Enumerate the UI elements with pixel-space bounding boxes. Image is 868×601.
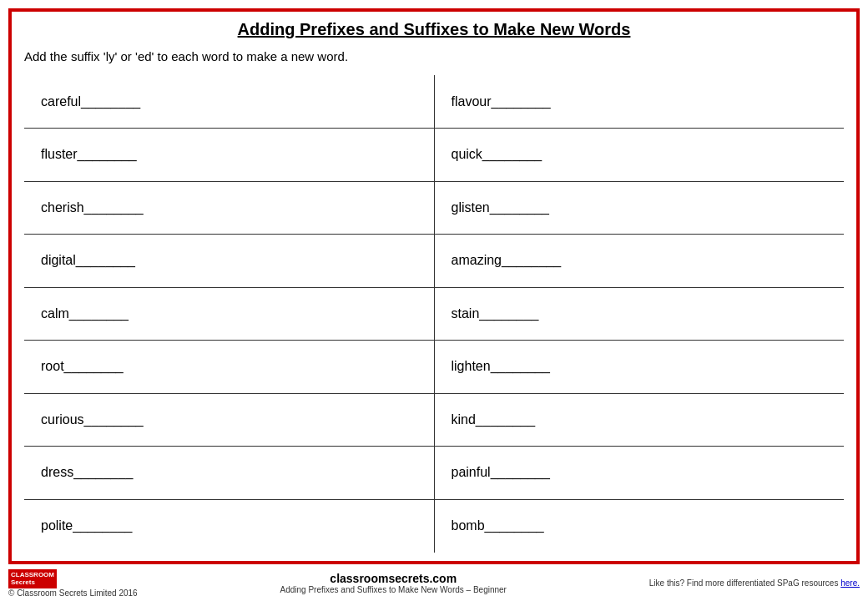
page-title: Adding Prefixes and Suffixes to Make New…: [24, 20, 844, 39]
word-right: amazing________: [434, 235, 844, 288]
table-row: curious________kind________: [24, 393, 844, 447]
table-row: calm________stain________: [24, 287, 844, 341]
word-left: polite________: [24, 499, 434, 553]
word-right: painful________: [434, 447, 844, 500]
word-left: careful________: [24, 75, 434, 129]
word-right: quick________: [434, 129, 844, 182]
footer-logo: CLASSROOMSecrets: [8, 569, 138, 588]
footer: CLASSROOMSecrets © Classroom Secrets Lim…: [0, 564, 868, 601]
table-row: polite________bomb________: [24, 499, 844, 553]
table-row: root________lighten________: [24, 341, 844, 394]
word-left: cherish________: [24, 181, 434, 235]
table-row: dress________painful________: [24, 447, 844, 500]
word-left: fluster________: [24, 129, 434, 182]
logo-box: CLASSROOMSecrets: [8, 569, 57, 588]
main-border: Adding Prefixes and Suffixes to Make New…: [8, 8, 860, 564]
cta-link[interactable]: here.: [840, 578, 860, 588]
footer-subtitle: Adding Prefixes and Suffixes to Make New…: [280, 585, 507, 594]
word-left: calm________: [24, 287, 434, 341]
word-right: flavour________: [434, 75, 844, 129]
word-right: bomb________: [434, 499, 844, 553]
copyright: © Classroom Secrets Limited 2016: [8, 588, 138, 598]
table-row: cherish________glisten________: [24, 181, 844, 235]
footer-center-block: classroomsecrets.com Adding Prefixes and…: [280, 572, 507, 594]
website: classroomsecrets.com: [280, 572, 507, 585]
table-row: digital________amazing________: [24, 235, 844, 288]
word-left: curious________: [24, 393, 434, 447]
table-row: fluster________quick________: [24, 129, 844, 182]
footer-right: Like this? Find more differentiated SPaG…: [649, 578, 860, 588]
word-right: lighten________: [434, 341, 844, 394]
word-left: root________: [24, 341, 434, 394]
instruction: Add the suffix 'ly' or 'ed' to each word…: [24, 49, 844, 63]
word-table: careful________flavour________fluster___…: [24, 75, 844, 553]
word-right: glisten________: [434, 181, 844, 235]
table-row: careful________flavour________: [24, 75, 844, 129]
word-right: kind________: [434, 393, 844, 447]
cta-text: Like this? Find more differentiated SPaG…: [649, 578, 839, 588]
word-left: dress________: [24, 447, 434, 500]
footer-left: CLASSROOMSecrets © Classroom Secrets Lim…: [8, 569, 138, 598]
word-left: digital________: [24, 235, 434, 288]
word-right: stain________: [434, 287, 844, 341]
